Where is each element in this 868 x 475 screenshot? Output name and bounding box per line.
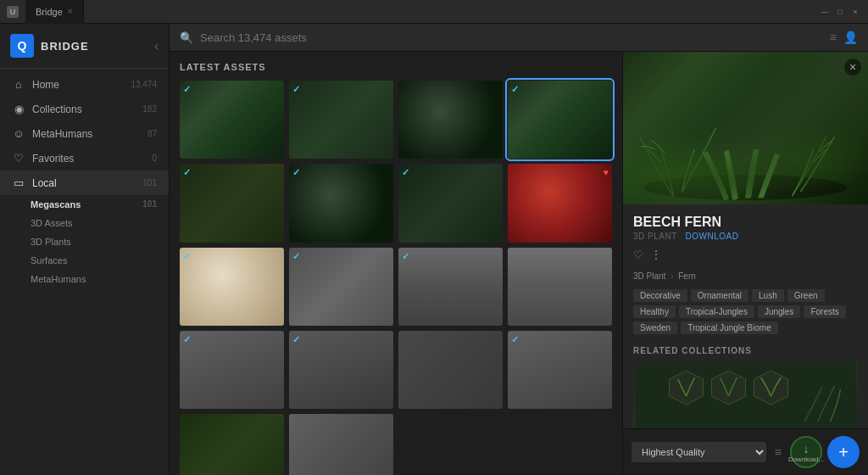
detail-close-button[interactable]: ×	[844, 59, 861, 75]
download-button[interactable]: ↓ Download...	[790, 436, 822, 468]
sidebar-subitem-metahumans[interactable]: MetaHumans	[31, 270, 169, 288]
asset-thumb[interactable]: ✓	[289, 164, 393, 242]
window-controls: — □ ×	[819, 6, 861, 18]
asset-thumb[interactable]	[508, 248, 612, 326]
sidebar-nav: ⌂ Home 13,474 ◉ Collections 182 ☺ MetaHu…	[0, 69, 169, 475]
asset-grid: ✓ ✓ ✓ ✓ ✓	[180, 81, 612, 475]
asset-thumb-selected[interactable]: ✓	[508, 81, 612, 159]
asset-thumb[interactable]: ♥	[508, 164, 612, 242]
sidebar-subitem-3dassets[interactable]: 3D Assets	[31, 214, 169, 232]
detail-breadcrumb: 3D Plant › Fern	[633, 271, 858, 281]
sidebar-subitem-megascans[interactable]: Megascans 101	[31, 195, 169, 214]
logo-text: BRIDGE	[41, 40, 89, 53]
sidebar-item-local[interactable]: ▭ Local 101	[0, 170, 169, 195]
detail-panel: × BEECH FERN 3D PLANT DOWNLOAD ♡ ⋮ 3D Pl…	[622, 52, 868, 475]
titlebar-tab[interactable]: Bridge ×	[25, 0, 84, 24]
tag-forests[interactable]: Forests	[804, 305, 845, 318]
tag-tropical-jungle-biome[interactable]: Tropical Jungle Biome	[681, 321, 778, 334]
local-icon: ▭	[12, 176, 25, 189]
maximize-button[interactable]: □	[834, 6, 846, 18]
detail-image	[623, 52, 868, 204]
logo-icon: Q	[10, 34, 34, 58]
check-icon: ✓	[183, 167, 191, 178]
asset-thumb[interactable]: ✓	[180, 248, 284, 326]
search-input[interactable]	[200, 31, 823, 44]
asset-thumb[interactable]: ✓	[289, 331, 393, 409]
tag-decorative[interactable]: Decorative	[633, 289, 687, 302]
account-icon[interactable]: 👤	[843, 31, 858, 44]
sidebar-item-favorites[interactable]: ♡ Favorites 0	[0, 146, 169, 170]
asset-thumb[interactable]	[289, 414, 393, 475]
close-button[interactable]: ×	[849, 6, 861, 18]
collections-icon: ◉	[12, 103, 25, 115]
sidebar-subnav: Megascans 101 3D Assets 3D Plants Surfac…	[0, 195, 169, 288]
list-view-icon[interactable]: ≡	[771, 442, 785, 462]
sidebar-collapse-button[interactable]: ‹	[154, 39, 159, 53]
detail-more-button[interactable]: ⋮	[650, 248, 662, 261]
app-body: Q BRIDGE ‹ ⌂ Home 13,474 ◉ Collections 1…	[0, 24, 868, 475]
asset-thumb[interactable]	[398, 81, 503, 159]
check-icon: ✓	[183, 84, 191, 95]
asset-thumb[interactable]: ✓	[289, 248, 393, 326]
3dplants-label: 3D Plants	[31, 237, 71, 247]
download-label: Download...	[788, 455, 824, 463]
check-icon: ✓	[402, 251, 409, 262]
tag-healthy[interactable]: Healthy	[633, 305, 676, 318]
asset-thumb[interactable]: ✓	[398, 164, 503, 242]
asset-grid-container: LATEST ASSETS ✓ ✓ ✓	[170, 52, 622, 475]
asset-thumb[interactable]: ✓	[289, 81, 393, 159]
app-icon: U	[7, 6, 19, 18]
tag-tropical-jungles[interactable]: Tropical-Jungles	[679, 305, 754, 318]
tag-ornamental[interactable]: Ornamental	[691, 289, 748, 302]
sidebar-item-label: Home	[32, 79, 59, 91]
asset-thumb[interactable]: ✓	[180, 164, 284, 242]
sidebar-item-collections[interactable]: ◉ Collections 182	[0, 97, 169, 121]
check-icon: ✓	[183, 251, 191, 262]
tag-jungles[interactable]: Jungles	[758, 305, 800, 318]
detail-tags: Decorative Ornamental Lush Green Healthy…	[633, 289, 858, 334]
megascans-label: Megascans	[31, 199, 81, 210]
check-icon: ✓	[292, 84, 300, 95]
tab-close-icon[interactable]: ×	[68, 7, 73, 16]
favorites-icon: ♡	[12, 152, 25, 165]
quality-select[interactable]: Highest Quality High Quality Medium Qual…	[632, 442, 766, 462]
tag-green[interactable]: Green	[787, 289, 825, 302]
collections-count: 182	[142, 104, 157, 114]
asset-thumb[interactable]	[180, 414, 284, 475]
add-button[interactable]: +	[827, 436, 860, 468]
detail-bottom: Highest Quality High Quality Medium Qual…	[623, 428, 868, 475]
metahumans-sub-label: MetaHumans	[31, 274, 86, 284]
related-thumb-image	[633, 362, 858, 428]
asset-thumb[interactable]	[398, 331, 503, 409]
asset-thumb[interactable]: ✓	[508, 331, 612, 409]
filter-icon[interactable]: ≡	[830, 31, 837, 44]
tag-sweden[interactable]: Sweden	[633, 321, 677, 334]
surfaces-label: Surfaces	[31, 255, 67, 265]
search-bar: 🔍 ≡ 👤	[170, 24, 868, 52]
download-icon: ↓	[804, 442, 810, 455]
check-icon: ✓	[511, 84, 519, 95]
detail-type-label: 3D PLANT	[633, 232, 677, 241]
sidebar-subitem-3dplants[interactable]: 3D Plants	[31, 232, 169, 251]
asset-thumb[interactable]: ✓	[180, 81, 284, 159]
sidebar-subitem-surfaces[interactable]: Surfaces	[31, 251, 169, 270]
related-thumb-svg	[633, 362, 858, 428]
minimize-button[interactable]: —	[819, 6, 831, 18]
fern-decoration	[623, 52, 868, 204]
detail-related-thumbnail[interactable]	[633, 362, 858, 428]
sidebar-item-home[interactable]: ⌂ Home 13,474	[0, 72, 169, 97]
search-actions: ≡ 👤	[830, 31, 858, 44]
tag-lush[interactable]: Lush	[752, 289, 784, 302]
sidebar-item-metahumans[interactable]: ☺ MetaHumans 87	[0, 121, 169, 146]
breadcrumb-child[interactable]: Fern	[678, 271, 696, 281]
check-icon: ✓	[292, 334, 300, 345]
3dassets-label: 3D Assets	[31, 218, 73, 228]
heart-icon: ♥	[603, 167, 609, 177]
add-icon: +	[838, 443, 849, 462]
asset-thumb[interactable]: ✓	[398, 248, 503, 326]
detail-heart-button[interactable]: ♡	[633, 249, 643, 261]
breadcrumb-parent[interactable]: 3D Plant	[633, 271, 665, 281]
sidebar-item-label: Favorites	[32, 153, 74, 165]
sidebar: Q BRIDGE ‹ ⌂ Home 13,474 ◉ Collections 1…	[0, 24, 170, 475]
asset-thumb[interactable]: ✓	[180, 331, 284, 409]
